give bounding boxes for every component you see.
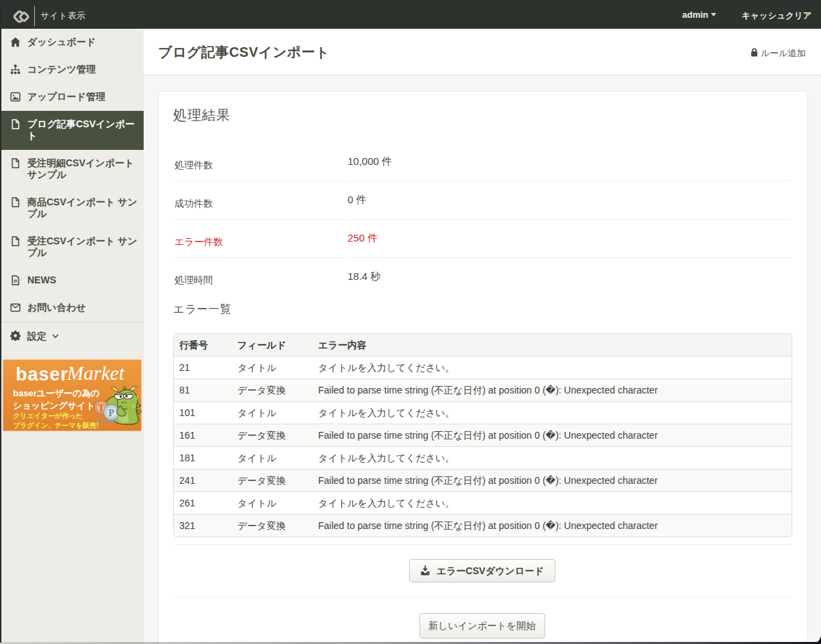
svg-text:♪: ♪ bbox=[135, 393, 140, 401]
svg-text:P: P bbox=[109, 407, 115, 418]
svg-text:♪: ♪ bbox=[132, 402, 135, 409]
